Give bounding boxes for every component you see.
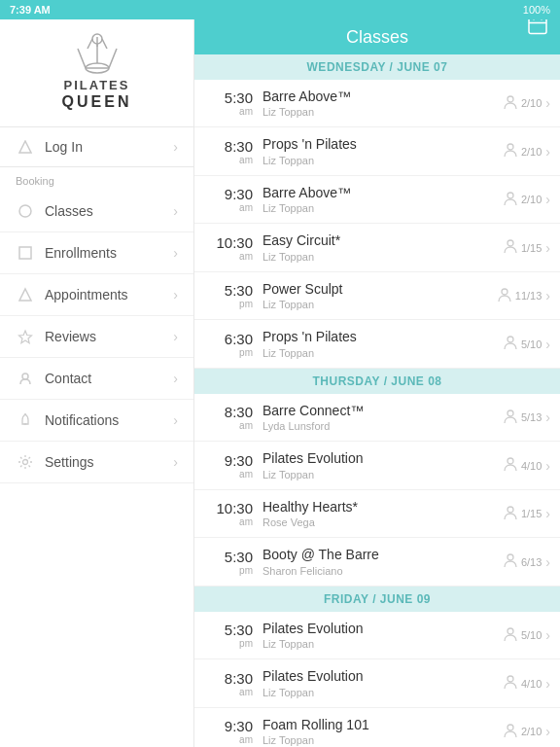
class-spots: 6/13 [521,556,542,568]
class-item[interactable]: 5:30 am Barre Above™ Liz Toppan 2/10 › [194,80,560,127]
sidebar-item-classes[interactable]: Classes › [0,191,193,232]
class-spots: 2/10 [521,194,542,205]
class-right: 6/13 › [504,552,550,571]
sidebar-item-enrollments[interactable]: Enrollments › [0,232,193,274]
class-item[interactable]: 8:30 am Barre Connect™ Lyda Lunsford 5/1… [194,394,560,442]
person-icon [504,626,517,645]
class-item[interactable]: 5:30 pm Pilates Evolution Liz Toppan 5/1… [194,612,560,659]
class-spots: 1/15 [521,508,542,519]
class-name: Healthy Hearts* [262,498,504,516]
class-spots: 1/15 [521,242,542,254]
class-spots: 2/10 [521,146,542,158]
svg-marker-9 [19,141,31,153]
class-instructor: Liz Toppan [262,468,504,481]
svg-marker-12 [19,289,31,301]
class-info: Barre Above™ Liz Toppan [262,88,504,119]
svg-rect-18 [529,18,546,34]
battery-level: 100% [523,4,550,16]
class-time-hour: 8:30 [202,670,253,688]
sidebar-item-settings[interactable]: Settings › [0,442,193,483]
class-spots: 4/10 [521,678,542,690]
svg-line-1 [78,49,86,68]
class-right: 4/10 › [504,674,550,693]
person-icon [504,723,517,741]
class-time: 9:30 am [202,452,253,480]
class-name: Pilates Evolution [262,620,504,637]
notifications-label: Notifications [45,412,173,428]
reviews-label: Reviews [45,329,173,344]
class-item[interactable]: 9:30 am Foam Rolling 101 Liz Toppan 2/10… [194,708,560,747]
class-item[interactable]: 9:30 am Barre Above™ Liz Toppan 2/10 › [194,176,560,224]
class-chevron: › [545,458,550,474]
class-time-hour: 8:30 [202,138,253,156]
class-spots: 2/10 [521,97,542,109]
class-right: 1/15 › [504,238,550,257]
booking-section-label: Booking [0,167,193,191]
class-item[interactable]: 10:30 am Easy Circuit* Liz Toppan 1/15 › [194,224,560,271]
class-name: Barre Above™ [262,88,504,105]
class-instructor: Liz Toppan [262,250,504,264]
contact-icon [16,369,35,388]
sidebar-item-reviews[interactable]: Reviews › [0,316,193,358]
class-item[interactable]: 10:30 am Healthy Hearts* Rose Vega 1/15 … [194,490,560,538]
class-item[interactable]: 8:30 am Props 'n Pilates Liz Toppan 2/10… [194,127,560,175]
svg-point-28 [508,410,513,416]
class-info: Foam Rolling 101 Liz Toppan [262,716,504,747]
class-name: Props 'n Pilates [262,135,504,153]
class-time: 8:30 am [202,670,253,697]
person-icon [504,552,517,571]
class-item[interactable]: 5:30 pm Booty @ The Barre Sharon Felicia… [194,538,560,586]
class-time-ampm: am [202,203,253,213]
class-item[interactable]: 8:30 am Pilates Evolution Liz Toppan 4/1… [194,659,560,707]
class-chevron: › [545,288,550,303]
svg-point-22 [508,96,513,102]
class-instructor: Liz Toppan [262,298,498,311]
settings-label: Settings [45,454,173,470]
svg-point-26 [502,289,508,295]
class-right: 11/13 › [498,287,550,305]
class-time-hour: 10:30 [202,234,253,252]
svg-point-14 [22,374,28,379]
login-item[interactable]: Log In › [0,127,193,166]
login-label: Log In [45,139,173,155]
class-time-ampm: am [202,735,253,745]
sidebar-item-notifications[interactable]: Notifications › [0,400,193,442]
class-item[interactable]: 9:30 am Pilates Evolution Liz Toppan 4/1… [194,442,560,489]
class-time-ampm: pm [202,566,253,576]
contact-chevron: › [173,371,178,386]
logo-line1: PILATES [64,78,130,93]
class-name: Pilates Evolution [262,667,504,685]
class-time-ampm: pm [202,348,253,358]
class-time: 9:30 am [202,718,253,745]
class-info: Power Sculpt Liz Toppan [262,280,498,311]
class-info: Booty @ The Barre Sharon Feliciano [262,546,504,577]
class-info: Pilates Evolution Liz Toppan [262,449,504,480]
class-time-hour: 5:30 [202,89,253,107]
enrollments-chevron: › [173,245,178,261]
class-time: 10:30 am [202,234,253,262]
sidebar: PILATES QUEEN Log In › Booking Classes ›… [0,0,194,747]
svg-point-23 [508,144,513,150]
class-right: 2/10 › [504,142,550,160]
class-spots: 5/10 [521,629,542,641]
class-item[interactable]: 5:30 pm Power Sculpt Liz Toppan 11/13 › [194,272,560,320]
class-spots: 2/10 [521,726,542,737]
sidebar-item-contact[interactable]: Contact › [0,358,193,400]
login-icon [16,137,35,157]
class-instructor: Liz Toppan [262,105,504,119]
class-spots: 4/10 [521,460,542,472]
class-time: 9:30 am [202,186,253,213]
person-icon [504,191,517,209]
svg-line-2 [109,49,117,68]
class-chevron: › [545,676,550,692]
svg-rect-11 [19,247,31,259]
sidebar-item-appointments[interactable]: Appointments › [0,274,193,316]
class-chevron: › [545,724,550,739]
class-item[interactable]: 6:30 pm Props 'n Pilates Liz Toppan 5/10… [194,320,560,368]
class-right: 5/10 › [504,626,550,645]
svg-point-31 [508,554,513,560]
status-time: 7:39 AM [10,4,51,16]
class-chevron: › [545,627,550,643]
class-spots: 5/13 [521,411,542,423]
class-time-hour: 8:30 [202,404,253,421]
